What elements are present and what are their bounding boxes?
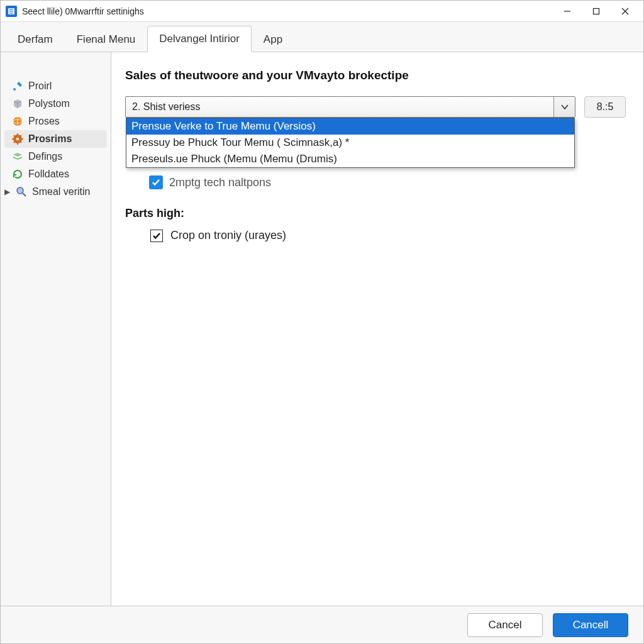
tab-delvangel[interactable]: Delvangel Intirior <box>147 26 252 52</box>
parts-high-label: Parts high: <box>125 207 626 220</box>
checkbox-label: Crop on troniy (urayes) <box>170 229 286 242</box>
maximize-button[interactable] <box>582 2 611 21</box>
tools-icon <box>12 80 23 92</box>
sidebar-item-polystom[interactable]: Polystom <box>1 95 111 113</box>
sidebar-item-label: Polystom <box>28 98 70 109</box>
crop-check[interactable]: Crop on troniy (urayes) <box>150 229 626 242</box>
svg-point-11 <box>17 187 23 194</box>
checkbox-checked-icon <box>149 175 163 189</box>
sidebar-item-smeal-veritin[interactable]: ▶ Smeal veritin <box>1 183 111 201</box>
tab-derfam[interactable]: Derfam <box>6 26 65 52</box>
tab-bar: Derfam Fienal Menu Delvangel Intirior Ap… <box>1 22 643 52</box>
dropdown-option[interactable]: Pressuy be Phuck Tour Memu ( Scimnask,a)… <box>126 135 574 151</box>
refresh-icon <box>12 169 23 180</box>
sidebar-item-label: Proses <box>28 116 60 127</box>
settings-window: Seect llile) 0Mwarrftir settinighs Derfa… <box>0 0 644 644</box>
svg-rect-2 <box>594 8 599 14</box>
sidebar-item-prosrims[interactable]: Prosrims <box>4 130 107 148</box>
window-controls <box>553 2 640 21</box>
ratio-box[interactable]: 8.:5 <box>584 96 626 118</box>
chevron-down-icon[interactable] <box>553 97 575 117</box>
sidebar-item-label: Prosrims <box>28 133 72 145</box>
layers-icon <box>12 151 23 162</box>
gear-icon <box>12 133 23 145</box>
page-heading: Sales of theutwoore and your VMvayto bro… <box>125 69 626 82</box>
cube-icon <box>12 98 23 109</box>
combo-value: 2. Shist veriess <box>132 101 553 113</box>
ok-button[interactable]: Cancell <box>553 613 628 637</box>
sidebar-item-label: Smeal veritin <box>32 186 90 197</box>
sidebar-item-folldates[interactable]: Folldates <box>1 165 111 183</box>
dropdown-option[interactable]: Preseuls.ue Phuck (Memu (Memu (Drumis) <box>126 151 574 167</box>
svg-point-5 <box>13 88 16 91</box>
main-panel: Sales of theutwoore and your VMvayto bro… <box>111 52 643 606</box>
tab-app[interactable]: App <box>252 26 294 52</box>
chevron-right-icon: ▶ <box>4 187 11 196</box>
svg-point-10 <box>16 138 19 140</box>
sidebar-item-label: Folldates <box>28 169 69 180</box>
sidebar-item-defings[interactable]: Defings <box>1 148 111 165</box>
sidebar: Proirl Polystom Proses Prosrims <box>1 52 111 606</box>
body: Proirl Polystom Proses Prosrims <box>1 52 643 606</box>
combo-row: 2. Shist veriess Prensue Verke to True M… <box>125 96 626 118</box>
tab-fienal-menu[interactable]: Fienal Menu <box>65 26 148 52</box>
cancel-button[interactable]: Cancel <box>467 613 543 637</box>
minimize-button[interactable] <box>553 2 582 21</box>
sidebar-item-proirl[interactable]: Proirl <box>1 77 111 95</box>
footer: Cancel Cancell <box>1 606 643 643</box>
dropdown-option[interactable]: Prensue Verke to True Memu (Versios) <box>126 118 574 135</box>
svg-line-12 <box>23 193 26 196</box>
app-icon <box>6 6 17 17</box>
sidebar-item-label: Defings <box>28 151 62 162</box>
checkbox-checked-icon <box>150 230 163 242</box>
window-title: Seect llile) 0Mwarrftir settinighs <box>22 6 553 16</box>
sidebar-item-label: Proirl <box>28 80 52 92</box>
search-icon <box>16 186 27 197</box>
tech-naltpons-check[interactable]: 2mptg tech naltpons <box>149 175 626 189</box>
version-combo[interactable]: 2. Shist veriess Prensue Verke to True M… <box>125 96 575 118</box>
close-button[interactable] <box>611 2 640 21</box>
globe-icon <box>12 116 23 127</box>
combo-dropdown: Prensue Verke to True Memu (Versios) Pre… <box>126 118 575 168</box>
checkbox-label: 2mptg tech naltpons <box>169 176 271 189</box>
titlebar: Seect llile) 0Mwarrftir settinighs <box>1 1 643 22</box>
sidebar-item-proses[interactable]: Proses <box>1 113 111 130</box>
